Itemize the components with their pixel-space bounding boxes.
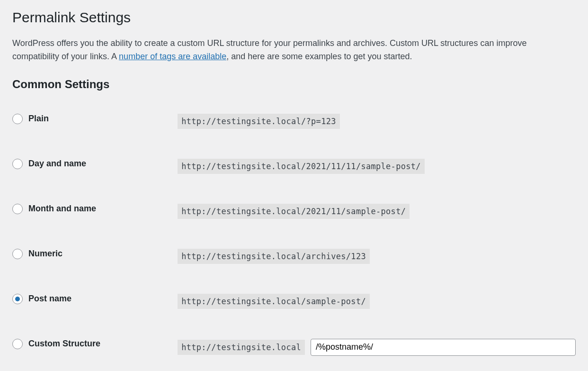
- custom-structure-row: http://testingsite.local: [178, 339, 576, 356]
- radio-text-plain: Plain: [28, 114, 49, 124]
- custom-structure-input[interactable]: [311, 339, 576, 356]
- radio-plain[interactable]: [12, 114, 23, 124]
- option-row-numeric: Numeric http://testingsite.local/archive…: [12, 249, 576, 294]
- example-plain: http://testingsite.local/?p=123: [178, 114, 340, 129]
- radio-label-plain[interactable]: Plain: [12, 114, 178, 124]
- example-post-name: http://testingsite.local/sample-post/: [178, 294, 370, 309]
- page-title: Permalink Settings: [12, 9, 576, 26]
- page-description: WordPress offers you the ability to crea…: [12, 37, 576, 63]
- tags-available-link[interactable]: number of tags are available: [119, 52, 226, 61]
- radio-text-numeric: Numeric: [28, 249, 62, 259]
- example-numeric: http://testingsite.local/archives/123: [178, 249, 370, 264]
- radio-post-name[interactable]: [12, 294, 23, 304]
- option-row-month-name: Month and name http://testingsite.local/…: [12, 204, 576, 249]
- radio-text-custom: Custom Structure: [28, 339, 100, 349]
- permalink-options-table: Plain http://testingsite.local/?p=123 Da…: [12, 114, 576, 358]
- description-text-after: , and here are some examples to get you …: [226, 52, 412, 61]
- option-row-day-name: Day and name http://testingsite.local/20…: [12, 159, 576, 204]
- radio-label-numeric[interactable]: Numeric: [12, 249, 178, 259]
- option-row-custom: Custom Structure http://testingsite.loca…: [12, 339, 576, 358]
- radio-month-name[interactable]: [12, 204, 23, 214]
- radio-label-day-name[interactable]: Day and name: [12, 159, 178, 169]
- radio-text-post-name: Post name: [28, 294, 71, 304]
- option-row-plain: Plain http://testingsite.local/?p=123: [12, 114, 576, 159]
- radio-label-custom[interactable]: Custom Structure: [12, 339, 178, 349]
- example-month-name: http://testingsite.local/2021/11/sample-…: [178, 204, 410, 219]
- example-day-name: http://testingsite.local/2021/11/11/samp…: [178, 159, 425, 174]
- radio-day-name[interactable]: [12, 159, 23, 169]
- radio-label-post-name[interactable]: Post name: [12, 294, 178, 304]
- radio-custom[interactable]: [12, 339, 23, 349]
- custom-prefix: http://testingsite.local: [178, 340, 305, 355]
- option-row-post-name: Post name http://testingsite.local/sampl…: [12, 294, 576, 339]
- radio-label-month-name[interactable]: Month and name: [12, 204, 178, 214]
- section-title: Common Settings: [12, 78, 576, 91]
- radio-text-month-name: Month and name: [28, 204, 96, 214]
- radio-numeric[interactable]: [12, 249, 23, 259]
- radio-text-day-name: Day and name: [28, 159, 86, 169]
